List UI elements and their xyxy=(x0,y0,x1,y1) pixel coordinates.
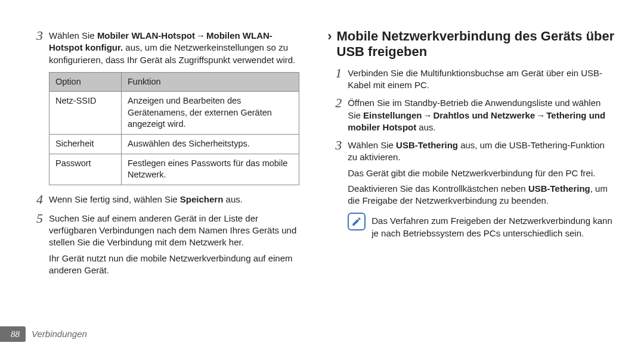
step-number: 2 xyxy=(327,96,348,110)
cell-function: Anzeigen und Bearbeiten des Gerätenamens… xyxy=(122,92,299,135)
pencil-note-icon xyxy=(351,216,362,227)
table-row: Sicherheit Auswählen des Sicherheitstyps… xyxy=(49,135,299,154)
page-number: 88 xyxy=(0,326,26,342)
arrow-icon: → xyxy=(535,110,546,121)
col-header-option: Option xyxy=(49,72,122,92)
step-number: 5 xyxy=(29,211,49,226)
left-step-5: 5 Suchen Sie auf einem anderen Gerät in … xyxy=(29,211,304,276)
step-body: Öffnen Sie im Standby-Betrieb die Anwend… xyxy=(348,96,615,133)
cell-option: Passwort xyxy=(49,154,122,185)
cell-function: Auswählen des Sicherheitstyps. xyxy=(122,135,299,154)
right-column: › Mobile Netzwerkverbindung des Geräts ü… xyxy=(327,29,615,349)
text: Wählen Sie xyxy=(348,140,396,150)
arrow-icon: → xyxy=(195,30,206,42)
note-text: Das Verfahren zum Freigeben der Netzwerk… xyxy=(371,213,615,239)
step-continuation: Deaktivieren Sie das Kontrollkästchen ne… xyxy=(348,183,615,207)
note-icon xyxy=(348,213,366,230)
bold-text: Drahtlos und Netzwerke xyxy=(433,110,535,120)
col-header-function: Funktion xyxy=(122,72,299,92)
step-number: 4 xyxy=(29,192,49,207)
bold-text: Speichern xyxy=(180,194,224,204)
left-step-3: 3 Wählen Sie Mobiler WLAN-Hotspot → Mobi… xyxy=(29,29,304,66)
step-number: 1 xyxy=(327,66,348,80)
step-continuation: Das Gerät gibt die mobile Netzwerkverbin… xyxy=(348,167,615,179)
page-footer: 88 Verbindungen xyxy=(0,326,87,342)
right-step-1: 1 Verbinden Sie die Multifunktionsbuchse… xyxy=(327,66,615,92)
right-step-2: 2 Öffnen Sie im Standby-Betrieb die Anwe… xyxy=(327,96,615,133)
step-body: Wählen Sie Mobiler WLAN-Hotspot → Mobile… xyxy=(49,29,304,66)
text: Suchen Sie auf einem anderen Gerät in de… xyxy=(49,213,296,248)
text: Wenn Sie fertig sind, wählen Sie xyxy=(49,194,180,204)
heading-marker-icon: › xyxy=(327,29,332,43)
text: aus. xyxy=(223,194,243,204)
bold-text: USB-Tethering xyxy=(528,183,590,194)
text: Wählen Sie xyxy=(49,30,97,40)
bold-text: Einstellungen xyxy=(363,110,422,120)
left-column: 3 Wählen Sie Mobiler WLAN-Hotspot → Mobi… xyxy=(29,29,304,349)
text: aus. xyxy=(416,122,436,132)
step-body: Wählen Sie USB-Tethering aus, um die USB… xyxy=(348,138,615,207)
step-body: Verbinden Sie die Multifunktionsbuchse a… xyxy=(348,66,615,92)
bold-text: USB-Tethering xyxy=(396,140,458,150)
bold-text: Mobiler WLAN-Hotspot xyxy=(97,30,195,40)
step-body: Suchen Sie auf einem anderen Gerät in de… xyxy=(49,211,304,276)
info-note: Das Verfahren zum Freigeben der Netzwerk… xyxy=(348,213,615,239)
table-row: Passwort Festlegen eines Passworts für d… xyxy=(49,154,299,185)
step-continuation: Ihr Gerät nutzt nun die mobile Netzwerkv… xyxy=(49,253,304,277)
arrow-icon: → xyxy=(422,110,433,121)
cell-function: Festlegen eines Passworts für das mobile… xyxy=(122,154,299,185)
table-header-row: Option Funktion xyxy=(49,72,299,92)
right-step-3: 3 Wählen Sie USB-Tethering aus, um die U… xyxy=(327,138,615,207)
left-step-4: 4 Wenn Sie fertig sind, wählen Sie Speic… xyxy=(29,192,304,207)
page-container: 3 Wählen Sie Mobiler WLAN-Hotspot → Mobi… xyxy=(0,0,644,349)
options-table: Option Funktion Netz-SSID Anzeigen und B… xyxy=(49,72,299,185)
heading-text: Mobile Netzwerkverbindung des Geräts übe… xyxy=(337,29,615,60)
section-name: Verbindungen xyxy=(32,328,87,340)
text: Verbinden Sie die Multifunktionsbuchse a… xyxy=(348,68,602,90)
cell-option: Sicherheit xyxy=(49,135,122,154)
table-row: Netz-SSID Anzeigen und Bearbeiten des Ge… xyxy=(49,92,299,135)
text: Deaktivieren Sie das Kontrollkästchen ne… xyxy=(348,183,528,194)
cell-option: Netz-SSID xyxy=(49,92,122,135)
section-heading: › Mobile Netzwerkverbindung des Geräts ü… xyxy=(327,29,615,60)
step-number: 3 xyxy=(29,29,49,43)
step-body: Wenn Sie fertig sind, wählen Sie Speiche… xyxy=(49,192,304,205)
step-number: 3 xyxy=(327,138,348,152)
